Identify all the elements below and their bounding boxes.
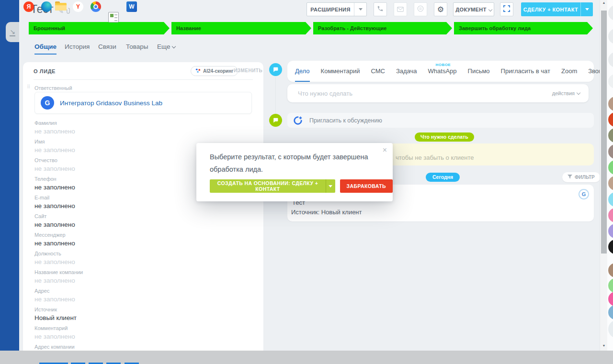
- actions-dropdown[interactable]: действия: [552, 90, 580, 96]
- chevron-down-icon: [488, 7, 492, 11]
- field-label: Название компании: [34, 269, 254, 276]
- edge-avatar: [608, 208, 613, 222]
- field-label: Адрес компании: [34, 343, 254, 350]
- responsible-label: Ответственный: [34, 85, 72, 91]
- edge-avatar: [608, 192, 613, 207]
- email-button[interactable]: [394, 2, 407, 16]
- dialog-buttons: СОЗДАТЬ НА ОСНОВАНИИ: СДЕЛКУ + КОНТАКТ З…: [210, 179, 393, 193]
- edit-link[interactable]: ИЗМЕНИТЬ: [234, 68, 262, 73]
- settings-button[interactable]: ⚙: [434, 2, 447, 16]
- create-deal-contact-button[interactable]: СОЗДАТЬ НА ОСНОВАНИИ: СДЕЛКУ + КОНТАКТ: [210, 179, 326, 193]
- tab-comment[interactable]: Комментарий: [321, 61, 360, 82]
- chevron-down-icon: [577, 91, 580, 95]
- tab-more[interactable]: Еще: [157, 43, 175, 50]
- scroll-down-icon[interactable]: ▼: [600, 344, 608, 347]
- extensions-dropdown-arrow[interactable]: [354, 3, 366, 16]
- pipeline-stage-3[interactable]: Разобрать - Действующие: [313, 22, 452, 34]
- attach-paperclip-icon[interactable]: [66, 8, 70, 15]
- timeline-entry-source: Источник: Новый клиент: [291, 209, 362, 216]
- todo-quick-pill[interactable]: Что нужно сделать: [415, 132, 474, 142]
- edge-avatar: [608, 320, 613, 338]
- tab-links[interactable]: Связи: [98, 43, 116, 50]
- new-badge: НОВОЕ: [436, 63, 451, 67]
- taskbar-word-icon[interactable]: W: [126, 1, 137, 12]
- edge-avatar: [608, 224, 613, 238]
- caret-down-icon: [329, 185, 332, 188]
- caret-down-icon: [359, 8, 363, 11]
- activity-chat-icon: [269, 63, 282, 76]
- lead-info-panel: О ЛИДЕ AI24-скоринг ИЗМЕНИТЬ ⠿ Ответстве…: [23, 62, 263, 351]
- comment-bubble-icon: [269, 114, 282, 127]
- extensions-button[interactable]: РАСШИРЕНИЯ: [306, 2, 367, 16]
- deal-contact-button[interactable]: СДЕЛКУ + КОНТАКТ: [521, 2, 593, 16]
- filter-button[interactable]: ФИЛЬТР: [562, 172, 600, 182]
- field-value[interactable]: Новый клиент: [34, 314, 254, 322]
- tab-general[interactable]: Общие: [34, 43, 57, 55]
- fullscreen-button[interactable]: [500, 2, 513, 16]
- field-value[interactable]: не заполнено: [34, 202, 254, 210]
- collapse-slider-button[interactable]: ↘: [6, 22, 19, 42]
- invite-user-icon: [293, 116, 303, 125]
- tab-mail[interactable]: Письмо: [468, 61, 490, 82]
- filter-label: ФИЛЬТР: [575, 175, 595, 180]
- field-value[interactable]: не заполнено: [34, 332, 254, 341]
- edge-avatar: [608, 305, 613, 320]
- deal-contact-dropdown-arrow[interactable]: [580, 2, 593, 16]
- taskbar-reader-icon[interactable]: [108, 12, 119, 22]
- responsible-card[interactable]: G Интегратор Gridasov Business Lab: [34, 92, 252, 114]
- pipeline-stage-4[interactable]: Завершить обработку лида: [454, 22, 593, 34]
- reject-lead-button[interactable]: ЗАБРАКОВАТЬ: [340, 179, 393, 193]
- create-options-arrow[interactable]: [326, 179, 335, 193]
- chat-button[interactable]: [414, 2, 427, 16]
- edge-avatar: [608, 240, 613, 254]
- field-value[interactable]: не заполнено: [34, 276, 254, 285]
- today-badge[interactable]: Сегодня: [426, 173, 460, 182]
- taskbar-yandex-browser-icon[interactable]: Я: [23, 1, 34, 12]
- field-value[interactable]: не заполнено: [34, 258, 254, 266]
- tab-history[interactable]: История: [65, 43, 90, 50]
- pipeline-stage-1[interactable]: Брошенный: [29, 22, 170, 34]
- taskbar-edge-icon[interactable]: [41, 1, 52, 12]
- tab-zoom[interactable]: Zoom: [561, 61, 577, 82]
- call-button[interactable]: [374, 2, 387, 16]
- document-button[interactable]: ДОКУМЕНТ: [453, 2, 494, 16]
- tab-sms[interactable]: СМС: [371, 61, 385, 82]
- tab-invite-chat[interactable]: Пригласить в чат: [501, 61, 550, 82]
- field-value[interactable]: не заполнено: [34, 221, 254, 229]
- edge-avatar: [608, 144, 613, 159]
- windows-taskbar: [0, 351, 613, 364]
- scroll-up-icon[interactable]: ▲: [600, 1, 608, 4]
- field-row: Мессенджерне заполнено: [34, 232, 254, 250]
- field-row: Название компаниине заполнено: [34, 269, 254, 287]
- field-row: Должностьне заполнено: [34, 250, 254, 269]
- taskbar-yandex-icon[interactable]: Y: [73, 1, 83, 12]
- field-value[interactable]: не заполнено: [34, 239, 254, 248]
- pipeline-stage-2[interactable]: Название: [171, 22, 311, 34]
- todo-input[interactable]: [298, 90, 552, 97]
- left-rail: [0, 0, 19, 351]
- field-value[interactable]: не заполнено: [34, 127, 254, 136]
- tab-task[interactable]: Задача: [396, 61, 417, 82]
- scrollbar-thumb[interactable]: [601, 11, 607, 254]
- field-label: Источник: [34, 306, 254, 313]
- field-value[interactable]: не заполнено: [34, 295, 254, 304]
- edge-avatar: [608, 128, 613, 143]
- taskbar-chrome-icon[interactable]: [91, 1, 101, 12]
- edge-avatar: [608, 160, 613, 175]
- edge-avatar: [608, 5, 613, 21]
- ai-scoring-badge[interactable]: AI24-скоринг: [191, 66, 238, 76]
- page-scrollbar[interactable]: ▲ ▼: [600, 0, 607, 351]
- edge-avatar: [608, 263, 613, 277]
- field-row: Сайтне заполнено: [34, 213, 254, 232]
- edge-avatar: [608, 74, 613, 88]
- drag-handle-icon[interactable]: ⠿: [27, 84, 30, 89]
- field-label: Адрес: [34, 287, 254, 294]
- tab-whatsapp[interactable]: НОВОЕ WhatsApp: [428, 61, 457, 82]
- tab-deal[interactable]: Дело: [295, 61, 310, 82]
- taskbar-file-explorer-icon[interactable]: [55, 3, 67, 11]
- edge-avatar: [608, 176, 613, 190]
- field-label: Комментарий: [34, 325, 254, 331]
- invite-discussion-row[interactable]: Пригласить к обсуждению: [287, 113, 594, 128]
- tab-products[interactable]: Товары: [126, 43, 148, 50]
- comment-hint: чтобы не забыть о клиенте: [396, 154, 474, 161]
